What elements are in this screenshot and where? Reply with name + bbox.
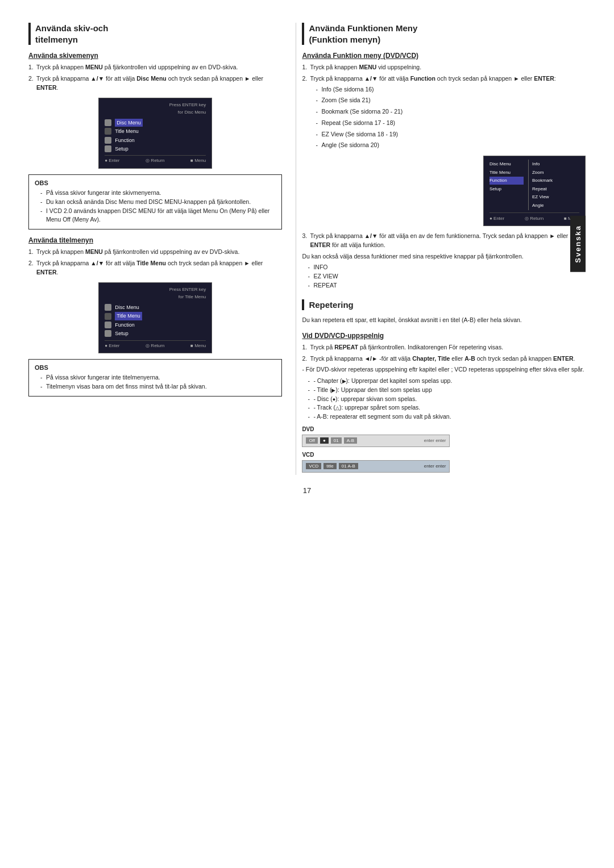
dvd-repeat-bar: Off ● 01 A-B enter enter: [302, 435, 450, 447]
title-menu-subtitle: Använda titelmenyn: [28, 236, 282, 244]
repetering-intro: Du kan repetera ett spar, ett kapitel, ö…: [302, 316, 586, 325]
page-number: 17: [28, 486, 586, 495]
repetering-bullets: - Chapter (▶): Upprerpar det kapitel som…: [302, 377, 586, 422]
label-dvd: DVD: [302, 426, 586, 432]
disc-menu-steps: 1.Tryck på knappen MENU på fjärkontrolle…: [28, 63, 282, 92]
left-section-title: Använda skiv-och titelmenyn: [28, 23, 282, 45]
right-section-title: Använda Funktionen Meny (Funktion menyn): [302, 23, 586, 45]
dvd-vcd-upsp-subtitle: Vid DVD/VCD-uppspelnig: [302, 332, 586, 340]
obs-list-1: På vissa skivor fungerar inte skivmenyer…: [35, 189, 276, 224]
repetering-note: - För DVD-skivor repeteras uppspelning e…: [302, 365, 586, 374]
repetering-steps: 1.Tryck på REPEAT på fjärrkontrollen. In…: [302, 343, 586, 364]
repetering-section: Repetering Du kan repetera ett spar, ett…: [302, 299, 586, 473]
obs-list-2: På vissa skivor fungerar inte titelmenye…: [35, 373, 276, 391]
function-also-list: INFO EZ VIEW REPEAT: [302, 263, 586, 290]
title-menu-steps: 1.Tryck på knappen MENU på fjärrkontroll…: [28, 248, 282, 277]
function-also-text: Du kan också välja dessa funktioner med …: [302, 252, 586, 261]
right-column: Använda Funktionen Meny (Funktion menyn)…: [296, 23, 586, 475]
vcd-repeat-bar: VCD title 01 A-B enter enter: [302, 460, 450, 473]
screen-mockup-title: Press ENTER keyfor Title Menu Disc Menu …: [98, 282, 212, 353]
obs-box-2: OBS På vissa skivor fungerar inte titelm…: [28, 359, 282, 397]
function-menu-steps: 1.Tryck på knappen MENU vid uppspelning.…: [302, 63, 586, 150]
left-column: Använda skiv-och titelmenyn Använda skiv…: [28, 23, 296, 475]
repetering-title: Repetering: [302, 299, 586, 311]
disc-menu-subtitle: Använda skivemenyn: [28, 52, 282, 60]
label-vcd: VCD: [302, 452, 586, 458]
function-menu-steps-3: 3.Tryck på knapparna ▲/▼ för att välja e…: [302, 232, 586, 250]
function-menu-subtitle: Använda Funktion meny (DVD/VCD): [302, 52, 586, 60]
screen-mockup-disc: Press ENTER keyfor Disc Menu Disc Menu T…: [98, 98, 212, 169]
obs-box-1: OBS På vissa skivor fungerar inte skivme…: [28, 174, 282, 229]
